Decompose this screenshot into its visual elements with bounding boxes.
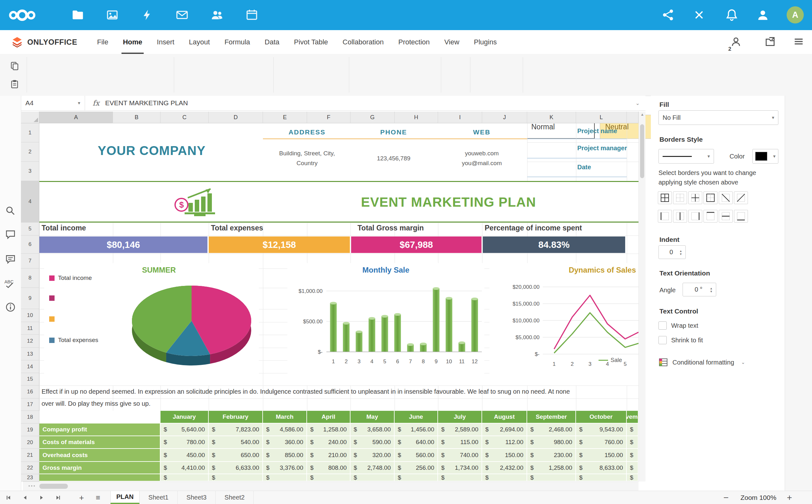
month-header[interactable]: March	[263, 411, 306, 423]
conditional-formatting-button[interactable]: Conditional formatting ⌄	[659, 358, 745, 367]
spinner-arrows-icon[interactable]: ▴▾	[680, 249, 682, 255]
notifications-bell-icon[interactable]	[725, 8, 738, 22]
table-cell[interactable]: $112.00	[482, 436, 527, 448]
table-cell[interactable]: $2,748.00	[350, 462, 394, 474]
table-cell[interactable]: $	[482, 474, 527, 481]
line-chart-object[interactable]: Dynamics of Sales $20,000.00$15,000.00$1…	[490, 263, 639, 385]
zoom-level[interactable]: Zoom 100%	[735, 491, 782, 504]
row-header-12[interactable]: 12	[21, 335, 39, 348]
next-sheet-button[interactable]	[36, 493, 47, 502]
border-left-button[interactable]	[658, 210, 672, 223]
paste-button[interactable]	[7, 77, 22, 91]
user-avatar[interactable]: A	[787, 6, 804, 23]
border-vertical-inside-button[interactable]	[673, 210, 687, 223]
project-manager-row[interactable]: Project manager	[527, 139, 627, 158]
kpi-bar-percentage[interactable]: 84.83%	[483, 236, 625, 253]
border-bottom-button[interactable]	[734, 210, 748, 223]
table-cell[interactable]: $808.00	[307, 462, 350, 474]
menu-home[interactable]: Home	[121, 30, 144, 54]
row-header-6[interactable]: 6	[21, 236, 39, 254]
horizontal-scrollbar[interactable]	[23, 481, 639, 491]
horizontal-scroll-thumb[interactable]	[39, 484, 68, 489]
month-header[interactable]: May	[350, 411, 394, 423]
table-cell[interactable]: $7,823.00	[209, 423, 262, 436]
open-file-location-icon[interactable]	[764, 35, 776, 48]
column-header-E[interactable]: E	[263, 112, 307, 123]
table-cell[interactable]: $	[394, 474, 438, 481]
kpi-bar-income[interactable]: $80,146	[39, 236, 207, 253]
row-header-11[interactable]: 11	[21, 322, 39, 335]
table-cell[interactable]: $8,633.00	[576, 462, 626, 474]
table-cell[interactable]: $	[527, 474, 575, 481]
table-cell[interactable]: $5,640.00	[160, 423, 208, 436]
table-cell[interactable]: $	[209, 474, 262, 481]
collaborators-icon[interactable]: 2	[731, 35, 744, 48]
sheet-tab-plan[interactable]: PLAN	[110, 491, 140, 504]
table-cell[interactable]: $	[438, 474, 482, 481]
indent-spinner[interactable]: 0 ▴▾	[659, 245, 686, 259]
border-diagonal-down-button[interactable]	[719, 191, 733, 204]
column-header-H[interactable]: H	[394, 112, 438, 123]
border-color-select[interactable]: ▾	[752, 149, 778, 164]
name-box[interactable]: A4 ▾	[21, 96, 85, 110]
menu-data[interactable]: Data	[263, 30, 281, 54]
fx-icon[interactable]: fx	[85, 99, 105, 107]
project-name-row[interactable]: Project name	[527, 123, 627, 139]
table-cell[interactable]: $320.00	[350, 449, 394, 461]
month-header[interactable]: September	[527, 411, 575, 423]
table-cell[interactable]: $9,543.00	[576, 423, 626, 436]
add-sheet-button[interactable]: +	[76, 493, 87, 502]
date-row[interactable]: Date	[527, 158, 627, 177]
photos-app-icon[interactable]	[105, 8, 119, 22]
row-header-4[interactable]: 4	[21, 181, 39, 223]
sheet-tab-sheet1[interactable]: Sheet1	[140, 491, 178, 504]
column-header-G[interactable]: G	[350, 112, 394, 123]
fill-select[interactable]: No Fill▾	[659, 110, 778, 125]
border-right-button[interactable]	[688, 210, 702, 223]
menu-view[interactable]: View	[443, 30, 461, 54]
sheet-tab-sheet2[interactable]: Sheet2	[216, 491, 254, 504]
kpi-bar-margin[interactable]: $67,988	[351, 236, 482, 253]
table-cell[interactable]: $150.00	[576, 449, 626, 461]
table-cell[interactable]: $590.00	[350, 436, 394, 448]
table-cell[interactable]: $	[350, 474, 394, 481]
column-header-L[interactable]: L	[576, 112, 627, 123]
table-cell[interactable]: $6,633.00	[209, 462, 262, 474]
column-header-I[interactable]: I	[438, 112, 482, 123]
federation-contacts-icon[interactable]	[756, 8, 770, 22]
row-header-5[interactable]: 5	[21, 223, 39, 236]
month-header[interactable]: January	[160, 411, 208, 423]
menu-collaboration[interactable]: Collaboration	[341, 30, 386, 54]
border-none-button[interactable]	[673, 191, 687, 204]
comments-icon[interactable]	[5, 229, 16, 240]
border-inside-button[interactable]	[688, 191, 702, 204]
border-line-style-select[interactable]: ▾	[659, 149, 714, 164]
scroll-up-icon[interactable]: ▲	[640, 112, 644, 117]
zoom-in-button[interactable]: +	[784, 493, 795, 502]
row-label-cell[interactable]: Gross margin	[39, 462, 160, 474]
previous-sheet-button[interactable]	[20, 493, 30, 502]
table-cell[interactable]: $640.00	[394, 436, 438, 448]
kpi-bar-expenses[interactable]: $12,158	[209, 236, 350, 253]
month-header[interactable]: February	[209, 411, 262, 423]
table-cell[interactable]: $1,456.00	[394, 423, 438, 436]
table-cell[interactable]: $	[307, 474, 350, 481]
row-header-1[interactable]: 1	[21, 123, 39, 142]
menu-formula[interactable]: Formula	[223, 30, 252, 54]
column-header-D[interactable]: D	[209, 112, 263, 123]
table-cell[interactable]: $	[627, 436, 638, 448]
row-header-15[interactable]: 15	[21, 373, 39, 385]
table-cell[interactable]: $240.00	[307, 436, 350, 448]
table-cell[interactable]: $1,734.00	[438, 462, 482, 474]
select-all-corner[interactable]	[21, 112, 39, 123]
chat-icon[interactable]	[5, 254, 16, 264]
share-icon[interactable]	[661, 8, 675, 22]
month-header[interactable]: June	[394, 411, 438, 423]
row-header-20[interactable]: 20	[21, 436, 39, 449]
table-cell[interactable]: $980.00	[527, 436, 575, 448]
table-cell[interactable]: $1,258.00	[527, 462, 575, 474]
menu-protection[interactable]: Protection	[396, 30, 432, 54]
nextcloud-logo[interactable]	[8, 8, 37, 22]
table-cell[interactable]: $760.00	[576, 436, 626, 448]
table-cell[interactable]: $2,432.00	[482, 462, 527, 474]
